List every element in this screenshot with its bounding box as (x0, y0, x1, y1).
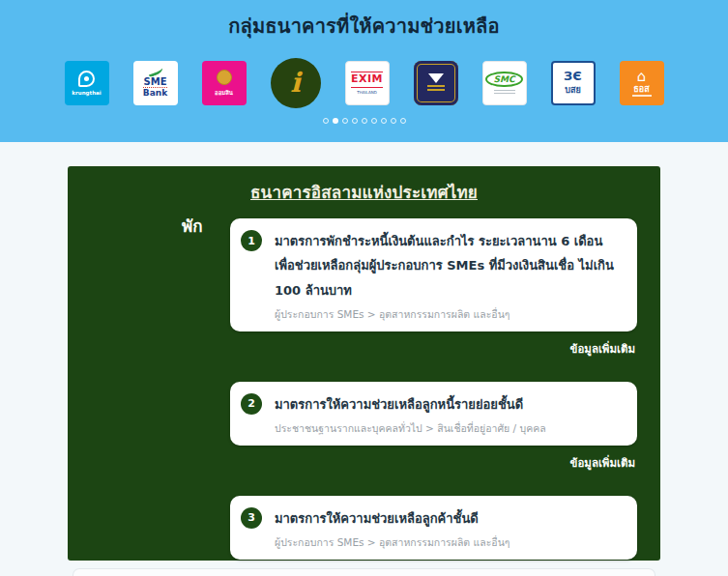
bank-sublabel: THAILAND (357, 90, 377, 95)
carousel-dots (0, 118, 728, 124)
baac-emblem-icon (428, 73, 444, 83)
page-title: กลุ่มธนาคารที่ให้ความช่วยเหลือ (0, 0, 728, 42)
measure-title: มาตรการพักชำระหนี้เงินต้นและกำไร ระยะเวล… (275, 229, 622, 302)
bank-logo-ghb[interactable]: ⌂ ธอส (620, 61, 664, 105)
measure-card-2[interactable]: 2 มาตรการให้ความช่วยเหลือลูกหนี้รายย่อยช… (230, 382, 637, 446)
bank-logo-baac[interactable] (414, 61, 458, 105)
gsb-emblem-icon (217, 70, 232, 85)
bank-label: บสย (565, 83, 580, 97)
bank-label: SME (144, 76, 167, 87)
bank-group-hero: กลุ่มธนาคารที่ให้ความช่วยเหลือ krungthai… (0, 0, 728, 142)
bank-logo-exim[interactable]: EXIM THAILAND (345, 61, 390, 105)
measure-card-1[interactable]: 1 มาตรการพักชำระหนี้เงินต้นและกำไร ระยะเ… (230, 218, 637, 331)
bank-label: EXIM (351, 72, 383, 87)
krungthai-bird-icon (78, 71, 95, 87)
more-info-link-2[interactable]: ข้อมูลเพิ่มเติม (230, 454, 635, 472)
measure-list: 1 มาตรการพักชำระหนี้เงินต้นและกำไร ระยะเ… (230, 218, 637, 576)
category-side-label: พัก (182, 213, 203, 239)
bank-logo-sme-bank[interactable]: SME Bank (133, 61, 178, 105)
carousel-dot[interactable] (371, 118, 377, 124)
carousel-dot[interactable] (323, 118, 329, 124)
bank-logo-ibank[interactable]: i (271, 58, 321, 108)
measure-subtitle: ผู้ประกอบการ SMEs > อุตสาหกรรมการผลิต แล… (275, 307, 622, 323)
bank-logo-carousel: krungthai SME Bank ออมสิน i EXIM THAILAN… (0, 58, 728, 108)
ibank-circle-icon: i (271, 58, 321, 108)
bank-label: ออมสิน (215, 88, 233, 98)
ghb-sublabel-line (632, 95, 652, 97)
ibank-crescent-i-icon: i (290, 70, 301, 97)
ghb-house-icon: ⌂ (637, 70, 647, 84)
measure-title: มาตรการให้ความช่วยเหลือลูกค้าชั้นดี (275, 506, 622, 531)
bank-logo-krungthai[interactable]: krungthai (65, 61, 109, 105)
carousel-dot[interactable] (391, 118, 396, 124)
carousel-dot[interactable] (362, 118, 367, 124)
measure-card-3[interactable]: 3 มาตรการให้ความช่วยเหลือลูกค้าชั้นดี ผู… (230, 496, 637, 560)
next-panel-peek (73, 568, 655, 576)
more-info-link-1[interactable]: ข้อมูลเพิ่มเติม (230, 340, 635, 358)
bank-logo-smc[interactable]: SMC (482, 61, 527, 105)
panel-title: ธนาคารอิสลามแห่งประเทศไทย (68, 166, 660, 205)
measure-subtitle: ผู้ประกอบการ SMEs > อุตสาหกรรมการผลิต แล… (275, 535, 622, 551)
tcg-monogram-icon: ЗЄ (564, 70, 582, 83)
bank-detail-panel: ธนาคารอิสลามแห่งประเทศไทย พัก 1 มาตรการพ… (68, 166, 660, 561)
measure-subtitle: ประชาชนฐานรากและบุคคลทั่วไป > สินเชื่อที… (275, 421, 622, 437)
measure-title: มาตรการให้ความช่วยเหลือลูกหนี้รายย่อยชั้… (275, 392, 622, 417)
bank-label: SMC (485, 72, 522, 87)
measure-number-badge: 1 (241, 230, 262, 251)
carousel-dot[interactable] (352, 118, 358, 124)
carousel-dot[interactable] (400, 118, 406, 124)
bank-label: krungthai (72, 90, 101, 96)
measure-number-badge: 2 (241, 393, 262, 415)
carousel-dot[interactable] (342, 118, 348, 124)
carousel-dot[interactable] (333, 118, 338, 124)
baac-bars-icon (427, 85, 445, 93)
measure-number-badge: 3 (241, 507, 262, 529)
bank-logo-gsb[interactable]: ออมสิน (202, 61, 247, 105)
bank-label: Bank (143, 87, 167, 99)
carousel-dot[interactable] (381, 118, 387, 124)
smc-text-lines (494, 90, 515, 95)
bank-logo-tcg[interactable]: ЗЄ บสย (551, 61, 596, 105)
bank-label: ธอส (633, 84, 649, 95)
